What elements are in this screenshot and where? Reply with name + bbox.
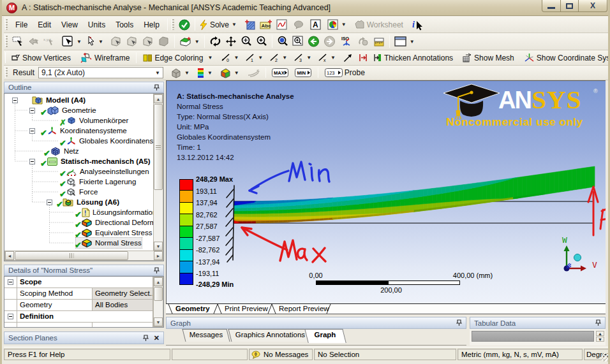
maximize-button[interactable]: [561, 0, 578, 12]
spin-up-icon[interactable]: ▲: [596, 331, 604, 336]
pin-icon[interactable]: [154, 84, 160, 91]
show-mesh-button[interactable]: Show Mesh: [460, 52, 516, 64]
show-vertices-button[interactable]: Show Vertices: [8, 53, 73, 63]
outline-horizontal-scrollbar[interactable]: ◄ ►: [4, 251, 163, 261]
status-messages[interactable]: 0 No Messages: [249, 349, 313, 360]
result-scale-select[interactable]: 9,1 (2x Auto) ▼: [38, 67, 163, 78]
toolbar-grip[interactable]: [5, 68, 8, 77]
collapse-icon[interactable]: [29, 128, 35, 134]
scrollbar-thumb[interactable]: [15, 251, 128, 260]
zoom-fit-button[interactable]: [275, 35, 290, 48]
select-pointer-button[interactable]: ▼: [86, 35, 105, 48]
tree-item-koordinatensysteme[interactable]: ✔ Koordinatensysteme: [29, 126, 127, 136]
spin-down-icon[interactable]: ▼: [596, 337, 604, 342]
graph-panel-header[interactable]: Graph: [166, 317, 466, 329]
close-icon[interactable]: ✕: [154, 334, 160, 342]
edge-option-3-button[interactable]: 3 ▼: [292, 52, 313, 63]
probe-max-button[interactable]: MAX: [270, 68, 290, 78]
resize-grip[interactable]: [602, 353, 610, 361]
collapse-icon[interactable]: [29, 159, 35, 164]
tab-graphics-annotations[interactable]: Graphics Annotations: [228, 329, 313, 342]
scrollbar-thumb[interactable]: [154, 104, 163, 190]
toolbar-grip[interactable]: [172, 19, 174, 31]
contour-bands-button[interactable]: ▼: [195, 67, 214, 79]
tree-item-loesungsinformation[interactable]: ✔ ! Lösungsinformation: [76, 207, 153, 217]
wireframe-button[interactable]: Wireframe: [78, 52, 131, 64]
annotation-text-button[interactable]: A: [308, 18, 323, 31]
scroll-up-icon[interactable]: ▲: [154, 94, 163, 103]
scroll-up-icon[interactable]: ▲: [154, 277, 163, 286]
tab-graph[interactable]: Graph: [304, 329, 346, 343]
look-at-button[interactable]: [355, 35, 371, 48]
pin-icon[interactable]: [595, 319, 601, 326]
image-capture-button[interactable]: ▼: [325, 18, 348, 31]
scrollbar-thumb[interactable]: [154, 287, 163, 301]
title-bar[interactable]: M A : Statisch-mechanische Analyse - Mec…: [2, 0, 610, 16]
tabular-column-header[interactable]: [472, 331, 594, 342]
explode-button[interactable]: [341, 52, 355, 63]
section-planes-header[interactable]: Section Planes ✕: [4, 331, 164, 344]
details-row-definition[interactable]: Definition: [4, 311, 153, 323]
tree-item-force[interactable]: ✔ Force: [61, 187, 98, 197]
scroll-down-icon[interactable]: ▼: [154, 242, 163, 251]
outline-vertical-scrollbar[interactable]: ▲ ▼: [153, 94, 163, 251]
menu-file[interactable]: File: [10, 18, 33, 31]
scroll-right-icon[interactable]: ►: [154, 251, 163, 260]
pin-icon[interactable]: [154, 267, 160, 274]
label-pointer-button[interactable]: [10, 36, 26, 48]
new-figure-button[interactable]: [242, 18, 258, 31]
scroll-down-icon[interactable]: ▼: [154, 317, 163, 326]
resume-button[interactable]: [177, 18, 192, 31]
pin-icon[interactable]: [143, 335, 149, 342]
details-row-scope[interactable]: Scope: [4, 277, 153, 288]
toolbar-grip[interactable]: [5, 52, 6, 62]
edge-coloring-button[interactable]: Edge Coloring▼: [141, 53, 214, 63]
tree-item-modell[interactable]: Modell (A4): [12, 95, 86, 105]
orientation-triad[interactable]: W V: [562, 235, 597, 272]
tabular-data-header[interactable]: Tabular Data: [470, 317, 606, 329]
box-zoom-button[interactable]: [290, 35, 306, 48]
tab-print-preview[interactable]: Print Preview: [225, 305, 268, 312]
forward-button[interactable]: [322, 35, 338, 48]
comment-button[interactable]: [292, 19, 306, 30]
scroll-left-icon[interactable]: ◄: [5, 251, 14, 260]
extend-selection-button[interactable]: ▼: [177, 35, 202, 48]
tree-item-directional-deformation[interactable]: ✔ Directional Deforma: [76, 217, 153, 228]
flow-arrows-button[interactable]: [245, 68, 262, 78]
tree-item-globales-koordinatensystem[interactable]: ✔ Globales Koordinatensyst: [61, 136, 153, 146]
outline-panel-header[interactable]: Outline: [4, 82, 164, 93]
select-face-button[interactable]: [140, 35, 156, 48]
direction-pointer-button[interactable]: [26, 36, 41, 47]
info-pointer-button[interactable]: i: [410, 18, 425, 31]
graphics-viewport[interactable]: A: Statisch-mechanische Analyse Normal S…: [166, 80, 606, 303]
details-panel-header[interactable]: Details of "Normal Stress": [4, 265, 164, 276]
iso-view-button[interactable]: ISO: [338, 35, 355, 48]
status-units[interactable]: Metric (mm, kg, N, s, mV, mA): [458, 349, 583, 360]
menu-units[interactable]: Units: [83, 18, 110, 31]
pan-button[interactable]: [223, 35, 239, 48]
tree-item-analyseeinstellungen[interactable]: ✔ Analyseeinstellungen: [61, 166, 149, 177]
edge-option-0-button[interactable]: 0 ▼: [219, 52, 241, 63]
select-edge-button[interactable]: [124, 35, 140, 48]
back-button[interactable]: [306, 35, 322, 48]
edge-option-x-button[interactable]: x ▼: [316, 52, 338, 63]
minimize-button[interactable]: [542, 0, 561, 12]
show-coordinate-systems-button[interactable]: Show Coordinate System: [522, 52, 610, 64]
manage-views-button[interactable]: [371, 36, 387, 48]
pin-icon[interactable]: [456, 319, 462, 326]
new-label-button[interactable]: Abc: [258, 18, 274, 31]
toolbar-grip[interactable]: [5, 36, 8, 47]
chart-button[interactable]: [274, 18, 289, 31]
tree-item-statisch-mechanisch[interactable]: ✔ Statisch-mechanisch (A5): [29, 156, 151, 166]
menu-help[interactable]: Help: [138, 18, 165, 31]
tree-item-netz[interactable]: ✔ Netz: [45, 146, 79, 156]
zoom-in-button[interactable]: [254, 35, 269, 48]
collapse-icon[interactable]: [47, 200, 52, 205]
collapse-icon[interactable]: [8, 314, 13, 319]
probe-button[interactable]: 123 Probe: [323, 68, 367, 78]
tab-messages[interactable]: Messages: [182, 329, 230, 342]
tree-item-equivalent-stress[interactable]: ✔ Equivalent Stress: [76, 228, 152, 238]
tree-item-volumenkoerper[interactable]: ✗ Volumenkörper: [61, 115, 128, 126]
toolbar-grip[interactable]: [5, 19, 8, 31]
close-button[interactable]: X: [578, 0, 607, 12]
